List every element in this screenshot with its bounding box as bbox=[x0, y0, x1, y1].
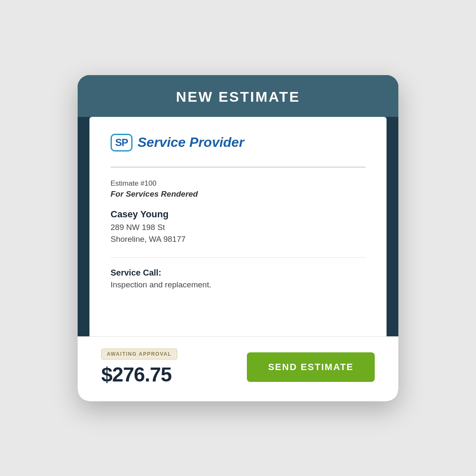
page-wrapper: Customizable Template NEW ESTIMATE SP Se… bbox=[48, 48, 428, 428]
service-section: Service Call: Inspection and replacement… bbox=[111, 257, 365, 289]
estimate-info: Estimate #100 For Services Rendered bbox=[111, 179, 365, 199]
service-label: Service Call: bbox=[111, 268, 365, 278]
customer-address-line2: Shoreline, WA 98177 bbox=[111, 233, 365, 246]
document: SP Service Provider Estimate #100 For Se… bbox=[89, 117, 387, 336]
sp-badge: SP bbox=[111, 134, 133, 151]
page-title: NEW ESTIMATE bbox=[95, 89, 381, 105]
customer-info: Casey Young 289 NW 198 St Shoreline, WA … bbox=[111, 209, 365, 246]
company-name: Service Provider bbox=[138, 135, 244, 150]
customer-name: Casey Young bbox=[111, 209, 365, 220]
send-estimate-button[interactable]: SEND ESTIMATE bbox=[247, 352, 375, 382]
amount-section: AWAITING APPROVAL $276.75 bbox=[101, 349, 177, 386]
document-wrapper: SP Service Provider Estimate #100 For Se… bbox=[78, 117, 398, 336]
device-frame: NEW ESTIMATE SP Service Provider Estimat… bbox=[78, 75, 398, 401]
estimate-subtitle: For Services Rendered bbox=[111, 189, 365, 199]
bottom-panel: AWAITING APPROVAL $276.75 SEND ESTIMATE bbox=[78, 336, 398, 401]
logo-area: SP Service Provider bbox=[111, 134, 365, 151]
amount-value: $276.75 bbox=[101, 363, 177, 386]
device-header: NEW ESTIMATE bbox=[78, 75, 398, 117]
status-badge: AWAITING APPROVAL bbox=[101, 349, 177, 360]
customer-address-line1: 289 NW 198 St bbox=[111, 222, 365, 234]
estimate-number: Estimate #100 bbox=[111, 179, 365, 188]
badge-text: SP bbox=[115, 137, 128, 149]
doc-divider bbox=[111, 167, 365, 168]
service-description: Inspection and replacement. bbox=[111, 280, 365, 289]
